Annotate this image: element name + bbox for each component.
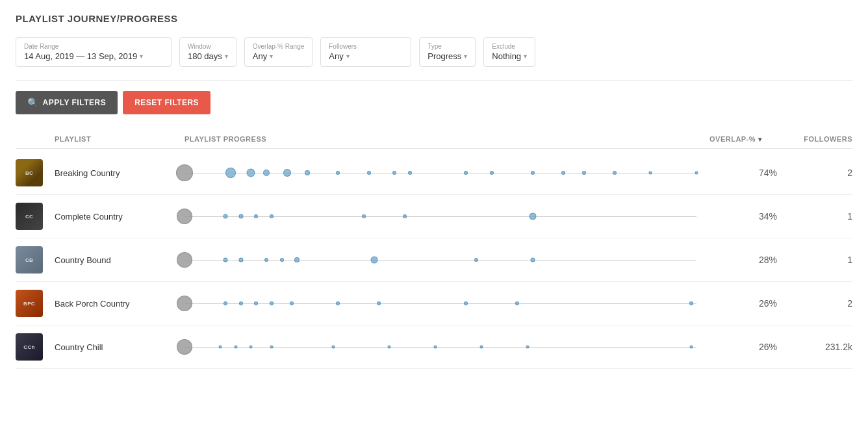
progress-dot [561,171,565,175]
overlap-value: 26% [709,342,787,352]
table-header: PLAYLIST PLAYLIST PROGRESS OVERLAP-% ▾ F… [16,130,852,149]
chevron-down-icon: ▾ [524,53,527,60]
followers-value: 1 [787,211,852,222]
followers-value: 2 [787,168,852,178]
date-range-label: Date Range [24,43,163,50]
exclude-label: Exclude [492,43,527,50]
progress-dot [264,258,268,262]
progress-dot [223,301,227,305]
dots-container [185,203,696,229]
progress-track [185,247,709,273]
progress-dot [234,346,237,349]
dots-container [185,290,696,316]
progress-dot [529,213,536,220]
progress-dot [690,346,693,349]
followers-value: 1 [787,255,852,265]
progress-dot [238,214,243,219]
progress-dot [290,301,294,305]
progress-dot [263,170,270,176]
table-row: BCBreaking Country74%2 [16,151,852,195]
window-label: Window [188,43,228,50]
progress-dot [515,301,519,305]
progress-dot [377,301,381,305]
playlist-thumb: BPC [16,290,55,317]
progress-dot [526,346,529,349]
playlist-name: Back Porch Country [55,299,185,309]
playlist-thumb: BC [16,159,55,186]
progress-dot [177,339,192,355]
progress-dot [225,168,236,178]
table-row: CBCountry Bound28%1 [16,238,852,282]
progress-dot [408,171,412,175]
overlap-value: 28% [709,255,787,265]
progress-dot [531,171,535,175]
progress-dot [464,171,468,175]
progress-dot [530,258,535,262]
progress-dot [331,346,335,349]
progress-dot [270,346,273,349]
playlist-name: Country Bound [55,255,185,265]
progress-dot [336,171,340,175]
dots-container [185,247,696,273]
progress-dot [370,257,377,264]
followers-value: 231.2k [787,342,852,352]
progress-dot [176,164,193,181]
overlap-range-label: Overlap-% Range [253,43,304,50]
playlist-thumb: CCh [16,333,55,361]
progress-dot [283,169,291,177]
progress-dot [474,258,478,262]
type-filter[interactable]: Type Progress ▾ [419,37,476,67]
table-body: BCBreaking Country74%2CCComplete Country… [16,151,852,369]
window-filter[interactable]: Window 180 days ▾ [179,37,236,67]
sort-arrow-icon: ▾ [758,136,762,143]
progress-dot [649,172,652,175]
chevron-down-icon: ▾ [140,53,143,60]
type-value: Progress ▾ [428,51,467,61]
col-overlap-header[interactable]: OVERLAP-% ▾ [709,135,787,143]
exclude-filter[interactable]: Exclude Nothing ▾ [483,37,535,67]
progress-dot [336,301,340,305]
dots-container [185,160,696,186]
progress-dot [362,214,366,218]
progress-dot [223,258,228,262]
overlap-range-value: Any ▾ [253,51,304,61]
dots-container [185,334,696,360]
date-range-value: 14 Aug, 2019 — 13 Sep, 2019 ▾ [24,51,163,61]
apply-filters-button[interactable]: 🔍 APPLY FILTERS [16,91,118,114]
col-playlist-header: PLAYLIST [55,135,185,143]
overlap-value: 74% [709,168,787,178]
progress-dot [480,346,483,349]
progress-dot [305,170,310,175]
progress-dot [177,209,192,224]
followers-value: 2 [787,298,852,309]
date-range-filter[interactable]: Date Range 14 Aug, 2019 — 13 Sep, 2019 ▾ [16,37,172,67]
progress-dot [388,346,391,349]
page-container: PLAYLIST JOURNEY/PROGRESS Date Range 14 … [0,0,868,382]
progress-track [185,160,709,186]
divider [16,80,852,81]
progress-dot [392,171,396,175]
followers-filter[interactable]: Followers Any ▾ [320,37,411,67]
col-followers-header: FOLLOWERS [787,135,852,143]
actions-row: 🔍 APPLY FILTERS RESET FILTERS [16,91,852,114]
progress-dot [254,214,258,218]
progress-track [185,203,709,229]
progress-dot [223,214,228,219]
progress-dot [490,171,494,175]
overlap-range-filter[interactable]: Overlap-% Range Any ▾ [244,37,313,67]
progress-dot [219,346,222,349]
overlap-value: 34% [709,211,787,222]
progress-dot [270,301,274,305]
progress-dot [695,172,698,175]
overlap-value: 26% [709,298,787,309]
progress-track [185,290,709,316]
window-value: 180 days ▾ [188,51,228,61]
progress-dot [294,257,300,262]
col-progress-header: PLAYLIST PROGRESS [185,135,709,143]
progress-dot [403,214,407,218]
playlist-name: Complete Country [55,212,185,222]
reset-filters-button[interactable]: RESET FILTERS [123,91,211,114]
playlist-thumb: CC [16,203,55,230]
chevron-down-icon: ▾ [464,53,467,60]
progress-dot [254,301,258,305]
